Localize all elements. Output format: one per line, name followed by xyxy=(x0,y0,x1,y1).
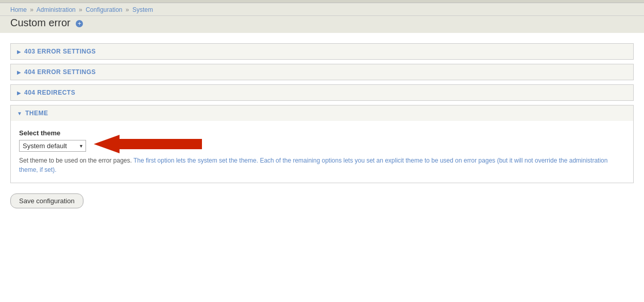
section-404-redirects-title: 404 REDIRECTS xyxy=(24,89,75,96)
page-title-area: Custom error + xyxy=(0,16,644,33)
select-wrapper: System default Option 2 xyxy=(19,140,86,152)
section-404-header[interactable]: ▶ 404 ERROR SETTINGS xyxy=(11,64,633,80)
breadcrumb-administration[interactable]: Administration xyxy=(37,6,76,13)
theme-description: Set theme to be used on the error pages.… xyxy=(19,156,612,174)
breadcrumb-separator-1: » xyxy=(30,6,33,13)
select-theme-label: Select theme xyxy=(19,129,625,137)
section-403-header[interactable]: ▶ 403 ERROR SETTINGS xyxy=(11,44,633,59)
save-button-area: Save configuration xyxy=(10,193,634,208)
section-404-redirects-toggle-icon: ▶ xyxy=(17,90,21,96)
section-theme-title: THEME xyxy=(25,110,48,117)
section-403-title: 403 ERROR SETTINGS xyxy=(24,48,96,55)
breadcrumb-configuration[interactable]: Configuration xyxy=(86,6,122,13)
section-404-error-settings: ▶ 404 ERROR SETTINGS xyxy=(10,64,634,80)
section-404-redirects-header[interactable]: ▶ 404 REDIRECTS xyxy=(11,85,633,100)
section-403-toggle-icon: ▶ xyxy=(17,49,21,55)
theme-description-plain: Set theme to be used on the error pages. xyxy=(19,157,133,164)
section-theme-toggle-icon: ▼ xyxy=(17,111,22,116)
section-theme-header[interactable]: ▼ THEME xyxy=(11,105,633,121)
section-403-error-settings: ▶ 403 ERROR SETTINGS xyxy=(10,43,634,60)
save-configuration-button[interactable]: Save configuration xyxy=(10,193,83,208)
page-title: Custom error + xyxy=(10,17,634,29)
breadcrumb-home[interactable]: Home xyxy=(10,6,27,13)
breadcrumb-separator-3: » xyxy=(126,6,129,13)
breadcrumb-separator-2: » xyxy=(79,6,82,13)
section-404-redirects: ▶ 404 REDIRECTS xyxy=(10,84,634,101)
section-404-title: 404 ERROR SETTINGS xyxy=(24,68,96,76)
section-theme-body: Select theme System default Option 2 Set… xyxy=(11,121,633,183)
theme-select[interactable]: System default Option 2 xyxy=(19,140,86,152)
section-404-toggle-icon: ▶ xyxy=(17,69,21,75)
section-theme: ▼ THEME Select theme System default Opti… xyxy=(10,105,634,183)
breadcrumb-area: Home » Administration » Configuration » … xyxy=(0,3,644,16)
breadcrumb-system[interactable]: System xyxy=(132,6,153,13)
svg-marker-0 xyxy=(94,135,202,153)
add-icon[interactable]: + xyxy=(76,20,83,27)
main-content: ▶ 403 ERROR SETTINGS ▶ 404 ERROR SETTING… xyxy=(0,33,644,219)
breadcrumb: Home » Administration » Configuration » … xyxy=(10,6,634,13)
